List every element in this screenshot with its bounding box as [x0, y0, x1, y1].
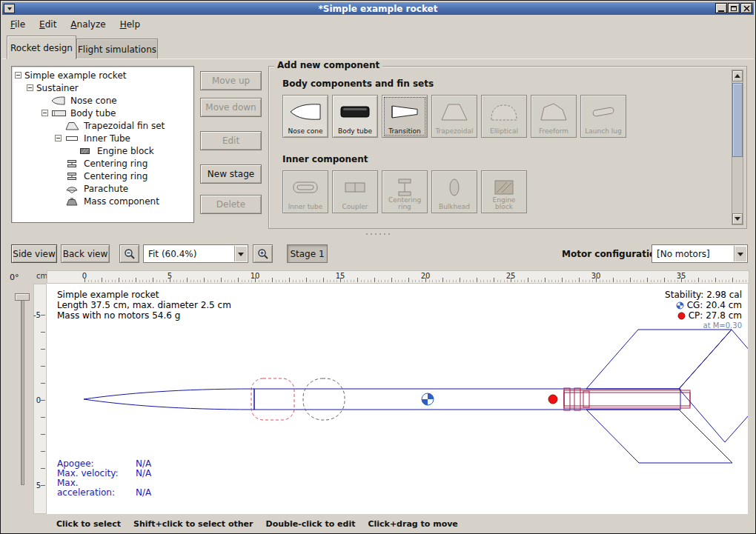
- cg-marker: [422, 393, 434, 405]
- delete-button[interactable]: Delete: [200, 195, 262, 214]
- ruler-unit-label: cm: [36, 272, 47, 280]
- cp-legend-icon: [677, 312, 686, 320]
- flight-data-block: Apogee:N/A Max. velocity:N/A Max. accele…: [57, 459, 151, 498]
- zoom-in-button[interactable]: [253, 244, 273, 263]
- scroll-up-button[interactable]: [732, 70, 743, 81]
- cp-value: CP: 27.8 cm: [689, 310, 742, 321]
- mass-component-icon: [64, 197, 81, 206]
- cg-legend-icon: [676, 301, 684, 310]
- add-coupler-button[interactable]: Coupler: [332, 170, 378, 213]
- fin-outline-bottom: [586, 410, 732, 463]
- new-stage-button[interactable]: New stage: [200, 164, 262, 184]
- tree-item-sustainer[interactable]: Sustainer: [12, 81, 193, 94]
- mach-condition: at M=0.30: [665, 321, 742, 331]
- menu-help[interactable]: Help: [120, 19, 140, 30]
- body-tube-outline: [254, 389, 680, 410]
- tree-item-centering-ring-1[interactable]: Centering ring: [12, 157, 193, 170]
- back-view-button[interactable]: Back view: [61, 244, 110, 263]
- add-body-tube-button[interactable]: Body tube: [332, 95, 378, 138]
- add-inner-tube-button[interactable]: Inner tube: [282, 170, 328, 213]
- menu-analyze[interactable]: Analyze: [70, 19, 105, 30]
- move-down-button[interactable]: Move down: [200, 98, 262, 117]
- zoom-out-button[interactable]: [119, 244, 139, 263]
- edit-button[interactable]: Edit: [200, 131, 262, 150]
- motor-configuration-combo[interactable]: [No motors]: [651, 244, 748, 263]
- component-scrollbar[interactable]: [732, 70, 743, 225]
- add-centering-ring-button[interactable]: Centering ring: [382, 170, 428, 213]
- nose-cone-icon: [51, 96, 67, 105]
- hint-double-click: Double-click to edit: [266, 519, 356, 529]
- stage-1-toggle[interactable]: Stage 1: [287, 244, 328, 263]
- hint-click-to-select: Click to select: [56, 519, 121, 529]
- inner-tube-icon: [289, 176, 322, 198]
- tree-expander-icon[interactable]: [15, 72, 21, 79]
- move-up-button[interactable]: Move up: [200, 71, 262, 90]
- chevron-down-icon[interactable]: [734, 246, 746, 261]
- maximize-button[interactable]: [728, 3, 740, 13]
- chevron-down-icon[interactable]: [234, 246, 247, 261]
- freeform-fin-icon: [537, 101, 570, 123]
- maximize-icon: [731, 6, 737, 11]
- nose-cone-icon: [289, 101, 322, 123]
- tree-item-body-tube[interactable]: Body tube: [12, 107, 193, 119]
- tree-item-rocket[interactable]: Simple example rocket: [12, 69, 193, 81]
- close-icon: [743, 5, 750, 12]
- rotation-slider[interactable]: [21, 296, 24, 485]
- tree-item-parachute[interactable]: Parachute: [12, 182, 193, 195]
- menu-file[interactable]: File: [10, 19, 25, 30]
- minimize-icon: [718, 10, 724, 12]
- add-trapezoidal-fin-button[interactable]: Trapezoidal: [431, 95, 477, 138]
- rocket-dimensions: Length 37.5 cm, max. diameter 2.5 cm: [57, 300, 231, 310]
- component-tree[interactable]: Simple example rocket Sustainer Nose con…: [11, 66, 194, 223]
- tree-expander-icon[interactable]: [55, 135, 62, 141]
- zoom-out-icon: [124, 248, 136, 260]
- add-transition-button[interactable]: Transition: [382, 95, 428, 138]
- inner-tube-icon: [64, 134, 81, 143]
- minimize-button[interactable]: [715, 3, 727, 13]
- tree-item-trapezoidal-fin-set[interactable]: Trapezoidal fin set: [12, 119, 193, 132]
- hint-shift-click: Shift+click to select other: [133, 519, 253, 529]
- add-bulkhead-button[interactable]: Bulkhead: [431, 170, 477, 213]
- add-freeform-fin-button[interactable]: Freeform: [531, 95, 577, 138]
- splitter-handle[interactable]: [2, 230, 754, 237]
- fin-outline-rotated: [679, 330, 748, 442]
- tab-rocket-design[interactable]: Rocket design: [7, 36, 76, 59]
- tree-expander-icon[interactable]: [27, 84, 33, 91]
- side-view-button[interactable]: Side view: [11, 244, 57, 263]
- add-elliptical-fin-button[interactable]: Elliptical: [481, 95, 527, 138]
- scrollbar-thumb[interactable]: [732, 83, 743, 157]
- zoom-level-combo[interactable]: Fit (60.4%): [143, 244, 248, 263]
- body-tube-icon: [51, 109, 67, 118]
- tree-expander-icon[interactable]: [42, 110, 48, 116]
- parachute-outline: [251, 378, 294, 420]
- engine-block-outline: [583, 391, 589, 407]
- window-menu-icon[interactable]: [4, 4, 15, 13]
- window-controls: [715, 3, 752, 13]
- tree-item-nose-cone[interactable]: Nose cone: [12, 94, 193, 107]
- tree-item-engine-block[interactable]: Engine block: [12, 144, 193, 157]
- zoom-in-icon: [257, 248, 269, 260]
- parachute-icon: [64, 184, 81, 193]
- titlebar[interactable]: *Simple example rocket: [2, 2, 754, 15]
- scroll-down-button[interactable]: [732, 213, 743, 224]
- add-component-group: Add new component Body components and fi…: [268, 66, 747, 229]
- motor-configuration-value: [No motors]: [657, 249, 710, 259]
- inner-component-label: Inner component: [282, 154, 368, 164]
- menu-edit[interactable]: Edit: [39, 19, 56, 30]
- stability-value: Stability: 2.98 cal: [665, 290, 742, 300]
- elliptical-fin-icon: [488, 101, 520, 123]
- tree-item-mass-component[interactable]: Mass component: [12, 195, 193, 207]
- add-launch-lug-button[interactable]: Launch lug: [580, 95, 626, 138]
- close-button[interactable]: [740, 3, 752, 13]
- statusbar: Click to select Shift+click to select ot…: [2, 517, 755, 531]
- nose-cone-outline: [84, 389, 254, 410]
- add-nose-cone-button[interactable]: Nose cone: [282, 95, 328, 138]
- add-engine-block-button[interactable]: Engine block: [481, 170, 527, 213]
- tree-item-inner-tube[interactable]: Inner Tube: [12, 132, 193, 144]
- rotation-slider-handle[interactable]: [15, 293, 30, 301]
- tree-item-centering-ring-2[interactable]: Centering ring: [12, 170, 193, 182]
- rocket-canvas[interactable]: Simple example rocket Length 37.5 cm, ma…: [47, 284, 748, 514]
- scroll-down-icon: [735, 217, 740, 224]
- trapezoidal-fin-icon: [438, 101, 471, 123]
- tab-flight-simulations[interactable]: Flight simulations: [76, 39, 158, 59]
